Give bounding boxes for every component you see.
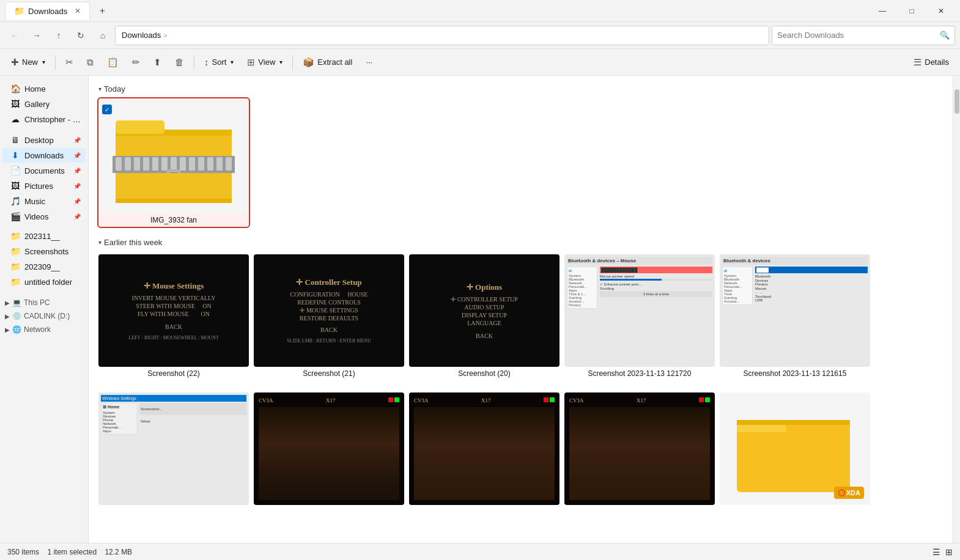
title-bar-controls: — □ ✕: [868, 0, 955, 22]
sidebar-item-gallery[interactable]: 🖼 Gallery: [2, 97, 86, 111]
sidebar-item-pictures[interactable]: 🖼 Pictures 📌: [2, 179, 86, 193]
file-item-cv3a1[interactable]: CV3A X17: [254, 390, 404, 510]
sidebar-item-screenshots[interactable]: 📁 Screenshots: [2, 244, 86, 259]
file-thumb-img3932: ✓: [98, 101, 249, 213]
breadcrumb-item-downloads[interactable]: Downloads: [122, 31, 161, 40]
file-item-xda[interactable]: ⬡ XDA: [720, 390, 870, 510]
sidebar-section-thispc[interactable]: ▶ 💻 This PC: [0, 295, 88, 308]
file-item-ss22[interactable]: ✛ Mouse Settings INVERT MOUSE VERTICALLY…: [98, 252, 249, 380]
sidebar-item-home[interactable]: 🏠 Home: [2, 81, 86, 96]
cv3a-brand-2: CV3A: [414, 397, 429, 403]
selected-count: 1 item selected: [47, 548, 97, 556]
refresh-button[interactable]: ↻: [71, 26, 90, 45]
section-earlier-header[interactable]: ▾ Earlier this week: [98, 234, 943, 249]
details-button[interactable]: ☰ Details: [907, 52, 955, 73]
sidebar-item-christopher[interactable]: ☁ Christopher - Perso: [2, 112, 86, 127]
game-menu-ss21-4: RESTORE DEFAULTS: [300, 315, 358, 322]
copy-icon: ⧉: [87, 57, 94, 68]
music-icon: 🎵: [10, 196, 21, 206]
sidebar-item-documents[interactable]: 📄 Documents 📌: [2, 163, 86, 178]
game-screen-cv3a3: CV3A X17: [564, 392, 715, 505]
svg-rect-13: [198, 157, 204, 171]
new-button[interactable]: ✚ New: [5, 52, 51, 73]
section-today-header[interactable]: ▾ Today: [98, 81, 943, 96]
game-menu-ss21-3: ✛ MOUSE SETTINGS: [300, 307, 358, 314]
extract-button[interactable]: 📦 Extract all: [297, 52, 358, 73]
file-item-img3932[interactable]: ✓: [98, 98, 249, 227]
cv3a-model-2: X17: [481, 397, 491, 403]
sidebar-item-desktop[interactable]: 🖥 Desktop 📌: [2, 133, 86, 147]
share-button[interactable]: ⬆: [147, 52, 168, 73]
sidebar-item-untitled[interactable]: 📁 untitled folder: [2, 274, 86, 289]
sidebar-item-videos[interactable]: 🎬 Videos 📌: [2, 209, 86, 224]
copy-button[interactable]: ⧉: [81, 52, 100, 73]
file-name-ss21: Screenshot (21): [303, 369, 355, 378]
sidebar-item-downloads[interactable]: ⬇ Downloads 📌: [2, 148, 86, 163]
gallery-icon: 🖼: [10, 99, 21, 109]
file-item-cv3a3[interactable]: CV3A X17: [564, 390, 715, 510]
zip-folder-svg: [113, 108, 235, 206]
toolbar-separator-2: [194, 55, 194, 70]
new-tab-button[interactable]: +: [94, 2, 111, 20]
file-thumb-cv3a1: CV3A X17: [254, 392, 404, 505]
folder-xda-svg: [734, 402, 856, 496]
tab-downloads[interactable]: 📁 Downloads ✕: [5, 2, 90, 20]
game-hint-ss22: LEFT - RIGHT : MOUSEWHEEL : MOUNT: [128, 335, 218, 341]
sidebar-item-202309[interactable]: 📁 202309__: [2, 259, 86, 274]
minimize-button[interactable]: —: [868, 0, 896, 22]
expand-nav-button[interactable]: ⌂: [93, 26, 113, 45]
svg-rect-20: [116, 199, 232, 203]
game-menu-ss22-1: INVERT MOUSE VERTICALLY: [132, 295, 216, 301]
new-icon: ✚: [11, 57, 19, 68]
pin-icon-downloads: 📌: [73, 152, 81, 159]
file-item-ssbt1[interactable]: Bluetooth & devices – Mouse ⊞ SystemBlue…: [564, 252, 715, 380]
search-input[interactable]: [777, 31, 936, 40]
forward-button[interactable]: →: [27, 26, 46, 45]
pin-icon-pictures: 📌: [73, 183, 81, 190]
file-item-ssbt2[interactable]: Bluetooth & devices ⊞ SystemBluetoothNet…: [720, 252, 870, 380]
file-thumb-ss21: ✛ Controller Setup CONFIGURATION HOUSE R…: [254, 254, 404, 367]
file-item-winsmall[interactable]: Windows Settings ⊞ Home SystemDevicesPho…: [98, 390, 249, 510]
svg-rect-5: [125, 157, 131, 171]
sidebar-item-music[interactable]: 🎵 Music 📌: [2, 194, 86, 208]
view-grid-icon[interactable]: ⊞: [945, 547, 953, 557]
search-box[interactable]: 🔍: [772, 26, 955, 45]
game-title-ss20: ✛ Options: [467, 282, 502, 292]
network-expand-icon: ▶: [5, 326, 10, 333]
folder-202311-icon: 📁: [10, 231, 21, 241]
cut-button[interactable]: ✂: [59, 52, 79, 73]
scroll-thumb[interactable]: [954, 89, 959, 114]
cloud-icon: ☁: [10, 114, 21, 124]
svg-rect-8: [152, 157, 158, 171]
file-item-ss20[interactable]: ✛ Options ✛ CONTROLLER SETUP AUDIO SETUP…: [409, 252, 559, 380]
sidebar-item-202311[interactable]: 📁 202311__: [2, 229, 86, 243]
rename-button[interactable]: ✏: [126, 52, 146, 73]
sidebar-section-cadlink[interactable]: ▶ 💿 CADLINK (D:): [0, 308, 88, 322]
tab-close-button[interactable]: ✕: [75, 7, 81, 15]
view-button[interactable]: ⊞ View: [241, 52, 289, 73]
back-button[interactable]: ←: [5, 26, 24, 45]
up-button[interactable]: ↑: [49, 26, 68, 45]
view-list-icon[interactable]: ☰: [932, 547, 940, 557]
delete-button[interactable]: 🗑: [169, 52, 190, 73]
breadcrumb[interactable]: Downloads >: [115, 26, 769, 45]
svg-rect-7: [143, 157, 149, 171]
file-thumb-winsmall: Windows Settings ⊞ Home SystemDevicesPho…: [98, 392, 249, 505]
second-row-file-grid: Windows Settings ⊞ Home SystemDevicesPho…: [98, 388, 943, 517]
sidebar-section-network[interactable]: ▶ 🌐 Network: [0, 322, 88, 335]
file-item-cv3a2[interactable]: CV3A X17: [409, 390, 559, 510]
folder-screenshots-icon: 📁: [10, 246, 21, 256]
paste-button[interactable]: 📋: [101, 52, 125, 73]
maximize-button[interactable]: □: [898, 0, 926, 22]
file-checkbox-img3932[interactable]: ✓: [102, 105, 112, 114]
sidebar-label-screenshots: Screenshots: [24, 247, 81, 256]
win-screen-ssbt2: Bluetooth & devices ⊞ SystemBluetoothNet…: [720, 254, 870, 367]
scrollbar[interactable]: [953, 76, 960, 543]
sidebar-label-documents: Documents: [24, 166, 70, 175]
close-button[interactable]: ✕: [927, 0, 955, 22]
more-button[interactable]: ···: [360, 52, 378, 73]
details-icon: ☰: [914, 57, 921, 68]
sort-button[interactable]: ↕ Sort: [198, 52, 240, 73]
svg-rect-19: [116, 173, 232, 203]
file-item-ss21[interactable]: ✛ Controller Setup CONFIGURATION HOUSE R…: [254, 252, 404, 380]
